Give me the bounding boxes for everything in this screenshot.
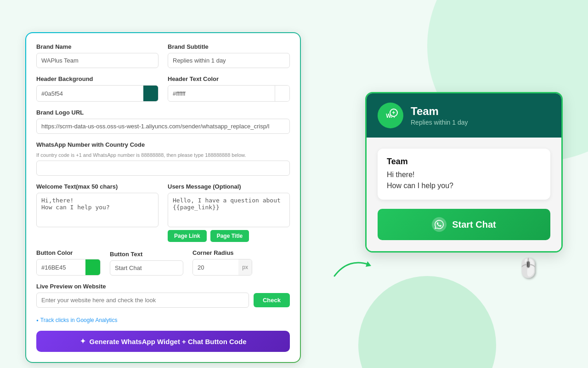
row-button-settings: Button Color Button Text Corner Radius p… xyxy=(36,249,290,276)
preview-start-chat-button[interactable]: Start Chat xyxy=(378,209,550,240)
brand-subtitle-input[interactable] xyxy=(168,53,290,68)
row-colors: Header Background Header Text Color xyxy=(36,75,290,102)
generate-label: Generate WhatsApp Widget + Chat Button C… xyxy=(90,338,247,345)
preview-message-line2: How can I help you? xyxy=(387,180,541,191)
header-bg-input[interactable] xyxy=(37,86,143,101)
preview-message-line1: Hi there! xyxy=(387,169,541,180)
group-button-color: Button Color xyxy=(36,249,101,276)
preview-body: Team Hi there! How can I help you? Start… xyxy=(367,138,561,251)
button-text-label: Button Text xyxy=(110,251,183,258)
row-messages: Welcome Text(max 50 chars) Hi,there! How… xyxy=(36,183,290,242)
cursor-area: 🖱️ xyxy=(365,257,540,279)
header-text-color-wrapper xyxy=(168,85,290,102)
whatsapp-icon xyxy=(432,217,447,232)
preview-card: WA + Team Replies within 1 day Team Hi t… xyxy=(365,92,563,253)
group-header-bg: Header Background xyxy=(36,75,158,102)
analytics-link[interactable]: Track clicks in Google Analytics xyxy=(36,317,290,323)
brand-logo-label: Brand Logo URL xyxy=(36,109,290,116)
group-button-text: Button Text xyxy=(110,251,183,276)
group-welcome-text: Welcome Text(max 50 chars) Hi,there! How… xyxy=(36,183,158,242)
corner-radius-wrapper: px xyxy=(192,259,252,276)
corner-radius-unit: px xyxy=(238,259,252,275)
page-link-button[interactable]: Page Link xyxy=(168,230,207,242)
button-text-input[interactable] xyxy=(110,260,183,276)
generate-icon: ✦ xyxy=(80,337,86,345)
live-preview-row: Check xyxy=(36,293,290,308)
group-header-text-color: Header Text Color xyxy=(168,75,290,102)
welcome-text-input[interactable]: Hi,there! How can I help you? xyxy=(36,193,158,227)
generate-button[interactable]: ✦ Generate WhatsApp Widget + Chat Button… xyxy=(36,331,290,352)
brand-name-input[interactable] xyxy=(36,53,158,68)
start-chat-label: Start Chat xyxy=(452,219,496,230)
group-brand-logo: Brand Logo URL xyxy=(36,109,290,134)
preview-header: WA + Team Replies within 1 day xyxy=(367,93,561,138)
welcome-text-label: Welcome Text(max 50 chars) xyxy=(36,183,158,190)
whatsapp-number-label: WhatsApp Number with Country Code xyxy=(36,141,290,148)
row-brand: Brand Name Brand Subtitle xyxy=(36,43,290,68)
button-color-label: Button Color xyxy=(36,249,101,256)
waplus-icon: WA + xyxy=(386,111,395,120)
group-brand-subtitle: Brand Subtitle xyxy=(168,43,290,68)
form-panel-wrapper: Brand Name Brand Subtitle Header Backgro… xyxy=(25,32,301,363)
button-color-wrapper xyxy=(36,259,101,276)
preview-logo: WA + xyxy=(378,103,403,128)
brand-logo-input[interactable] xyxy=(36,119,290,134)
brand-name-label: Brand Name xyxy=(36,43,158,50)
users-message-input[interactable]: Hello, I have a question about {{page_li… xyxy=(168,193,290,227)
brand-subtitle-label: Brand Subtitle xyxy=(168,43,290,50)
check-button[interactable]: Check xyxy=(254,293,290,307)
button-color-input[interactable] xyxy=(37,260,85,275)
header-bg-label: Header Background xyxy=(36,75,158,82)
preview-message-name: Team xyxy=(387,157,541,167)
waplus-plus: + xyxy=(390,109,398,117)
header-text-color-label: Header Text Color xyxy=(168,75,290,82)
header-bg-swatch[interactable] xyxy=(143,86,158,101)
header-text-color-swatch[interactable] xyxy=(275,86,289,101)
button-color-swatch[interactable] xyxy=(85,259,100,275)
users-message-label: Users Message (Optional) xyxy=(168,183,290,190)
arrow-container xyxy=(330,248,376,287)
template-buttons: Page Link Page Title xyxy=(168,230,290,242)
group-users-message: Users Message (Optional) Hello, I have a… xyxy=(168,183,290,242)
group-brand-name: Brand Name xyxy=(36,43,158,68)
whatsapp-number-input[interactable] xyxy=(36,161,290,176)
preview-message-bubble: Team Hi there! How can I help you? xyxy=(378,149,550,200)
live-preview-input[interactable] xyxy=(36,293,249,308)
preview-brand-info: Team Replies within 1 day xyxy=(411,105,468,126)
group-live-preview: Live Preview on Website Check xyxy=(36,283,290,313)
whatsapp-number-note: If country code is +1 and WhatsApp numbe… xyxy=(36,152,290,158)
arrow-svg xyxy=(330,248,376,285)
bg-decoration-2 xyxy=(358,276,496,368)
page-title-button[interactable]: Page Title xyxy=(210,230,249,242)
corner-radius-input[interactable] xyxy=(193,260,238,275)
preview-brand-name: Team xyxy=(411,105,468,118)
group-corner-radius: Corner Radius px xyxy=(192,249,252,276)
corner-radius-label: Corner Radius xyxy=(192,249,252,256)
header-text-color-input[interactable] xyxy=(168,86,275,101)
form-panel: Brand Name Brand Subtitle Header Backgro… xyxy=(26,33,300,362)
cursor-icon: 🖱️ xyxy=(517,257,540,279)
preview-subtitle: Replies within 1 day xyxy=(411,119,468,126)
preview-wrapper: WA + Team Replies within 1 day Team Hi t… xyxy=(365,92,563,279)
group-whatsapp-number: WhatsApp Number with Country Code If cou… xyxy=(36,141,290,176)
header-bg-wrapper xyxy=(36,85,158,102)
live-preview-label: Live Preview on Website xyxy=(36,283,290,290)
